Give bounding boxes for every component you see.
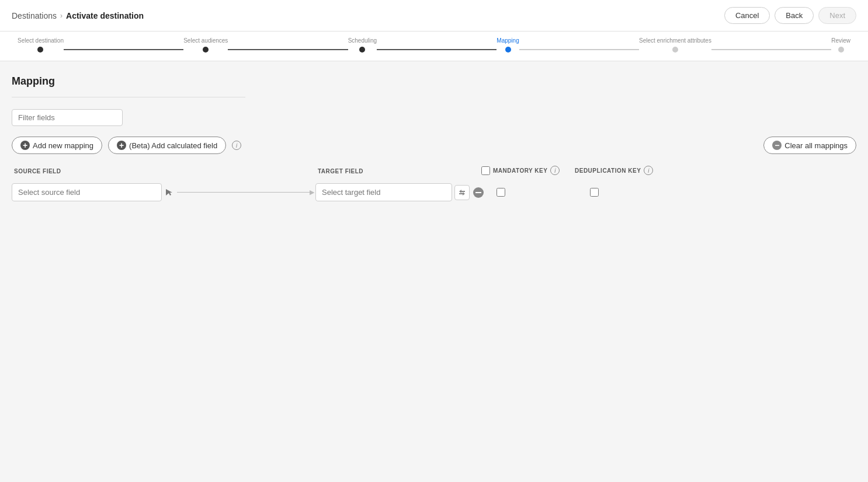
step-select-audiences: Select audiences [183, 37, 228, 53]
section-divider [12, 97, 245, 97]
clear-all-button[interactable]: − Clear all mappings [763, 137, 856, 154]
next-button: Next [818, 7, 856, 24]
step-mapping: Mapping [497, 37, 519, 53]
dedup-key-checkbox-row[interactable] [590, 188, 599, 197]
page-title: Mapping [12, 75, 856, 88]
connector-1 [64, 49, 183, 50]
target-field-input[interactable] [315, 183, 452, 201]
connector-3 [377, 49, 497, 50]
steps-container: Select destination Select audiences Sche… [12, 37, 856, 53]
info-icon-calculated[interactable]: i [232, 141, 241, 150]
arrow-head-icon: ▶ [310, 188, 314, 196]
breadcrumb-separator: › [60, 12, 63, 20]
source-field-wrap: ▶ [12, 183, 315, 201]
add-calculated-button[interactable]: + (Beta) Add calculated field [108, 137, 226, 154]
mandatory-key-label: MANDATORY KEY [493, 167, 547, 174]
step-label-5: Select enrichment attributes [639, 37, 711, 44]
info-icon-mandatory[interactable]: i [550, 166, 560, 175]
col-header-dedup: DEDUPLICATION KEY i [575, 166, 854, 175]
filter-input[interactable] [12, 109, 123, 126]
plus-icon-add: + [20, 141, 30, 150]
plus-icon-beta: + [117, 141, 126, 150]
source-field-input[interactable] [12, 183, 162, 201]
col-header-mandatory: MANDATORY KEY i [481, 166, 575, 175]
dedup-key-label: DEDUPLICATION KEY [575, 167, 641, 174]
progress-bar: Select destination Select audiences Sche… [0, 32, 868, 61]
mandatory-key-checkbox-row[interactable] [497, 188, 505, 197]
step-dot-3 [359, 47, 365, 53]
step-label-4: Mapping [497, 37, 519, 44]
swap-button[interactable] [454, 185, 470, 200]
step-dot-6 [838, 47, 844, 53]
source-field-label: SOURCE FIELD [14, 168, 61, 174]
breadcrumb: Destinations › Activate destination [12, 11, 144, 20]
target-field-label: TARGET FIELD [318, 168, 363, 174]
cancel-button[interactable]: Cancel [724, 7, 770, 24]
add-mapping-button[interactable]: + Add new mapping [12, 137, 102, 154]
table-header: SOURCE FIELD TARGET FIELD MANDATORY KEY … [12, 166, 856, 175]
step-dot-5 [672, 47, 678, 53]
breadcrumb-current: Activate destination [66, 11, 144, 20]
cursor-icon [162, 188, 176, 197]
step-enrichment: Select enrichment attributes [639, 37, 711, 53]
main-content: Mapping + Add new mapping + (Beta) Add c… [0, 61, 868, 218]
mapping-table: SOURCE FIELD TARGET FIELD MANDATORY KEY … [12, 166, 856, 204]
back-button[interactable]: Back [775, 7, 814, 24]
header: Destinations › Activate destination Canc… [0, 0, 868, 32]
col-header-source: SOURCE FIELD [14, 166, 318, 175]
header-buttons: Cancel Back Next [724, 7, 856, 24]
arrow-line: ▶ [177, 188, 314, 196]
step-dot-4 [505, 47, 511, 53]
minus-icon-clear: − [772, 141, 782, 150]
step-dot-1 [37, 47, 43, 53]
step-label-2: Select audiences [183, 37, 228, 44]
add-mapping-label: Add new mapping [33, 141, 93, 150]
step-label-3: Scheduling [348, 37, 377, 44]
svg-rect-1 [475, 192, 481, 193]
connector-5 [711, 49, 831, 50]
step-select-destination: Select destination [18, 37, 64, 53]
clear-all-label: Clear all mappings [784, 141, 848, 150]
action-left: + Add new mapping + (Beta) Add calculate… [12, 137, 241, 154]
table-row: ▶ [12, 181, 856, 204]
mandatory-key-checkbox-header[interactable] [481, 166, 490, 175]
add-calculated-label: (Beta) Add calculated field [129, 141, 217, 150]
target-field-wrap [315, 183, 485, 201]
connector-4 [519, 49, 639, 50]
action-row: + Add new mapping + (Beta) Add calculate… [12, 137, 856, 154]
info-icon-dedup[interactable]: i [644, 166, 653, 175]
step-review: Review [831, 37, 850, 53]
step-label-6: Review [831, 37, 850, 44]
step-scheduling: Scheduling [348, 37, 377, 53]
connector-2 [228, 49, 348, 50]
col-header-target: TARGET FIELD [318, 166, 481, 175]
dedup-key-cell [578, 188, 856, 197]
breadcrumb-parent[interactable]: Destinations [12, 11, 57, 20]
remove-mapping-button[interactable] [472, 186, 485, 199]
step-dot-2 [203, 47, 209, 53]
mandatory-key-cell [485, 188, 578, 197]
step-label-1: Select destination [18, 37, 64, 44]
